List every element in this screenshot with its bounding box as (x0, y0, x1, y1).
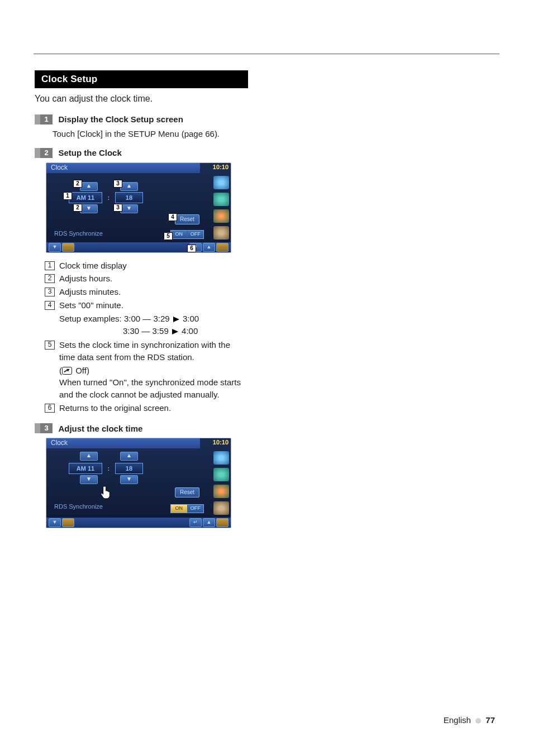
legend-1-num: 1 (45, 261, 55, 270)
hour-value: AM 11 (69, 463, 102, 474)
minute-up-button[interactable]: ▲ (120, 452, 138, 461)
legend-5-num: 5 (45, 341, 55, 350)
sidebar-icon-4[interactable] (213, 226, 229, 240)
legend-4-num: 4 (45, 301, 55, 310)
legend-3-text: Adjusts minutes. (59, 286, 248, 298)
clock-screenshot-1: Clock 10:10 ▲ ▼ ▲ ▼ AM 11 : 18 Reset RDS… (46, 162, 231, 253)
touch-cursor-icon (100, 485, 113, 500)
sidebar-icon-4[interactable] (213, 501, 229, 515)
minute-down-button[interactable]: ▼ (120, 204, 138, 213)
step-2-number: 2 (35, 148, 53, 158)
step-3-number: 3 (35, 423, 53, 433)
callout-6: 6 (187, 245, 196, 252)
hour-down-button[interactable]: ▼ (80, 475, 98, 484)
callout-4: 4 (168, 213, 177, 221)
shot1-clock-readout: 10:10 (213, 164, 229, 170)
legend: 1Clock time display 2Adjusts hours. 3Adj… (45, 260, 248, 414)
legend-2-num: 2 (45, 274, 55, 283)
sidebar-icon-1[interactable] (213, 451, 229, 465)
sidebar-icon-3[interactable] (213, 485, 229, 498)
legend-5-default: ( Off) (59, 365, 248, 377)
legend-2-text: Adjusts hours. (59, 272, 248, 285)
legend-3-num: 3 (45, 288, 55, 296)
bottom-left-aux-button[interactable] (62, 243, 74, 252)
legend-6-num: 6 (45, 404, 55, 413)
step-3-title: Adjust the clock time (58, 424, 142, 433)
hour-value: AM 11 (69, 192, 102, 203)
rds-on-off-toggle[interactable]: ON OFF (170, 504, 204, 513)
section-heading: Clock Setup (35, 70, 248, 88)
footer-page-number: 77 (486, 715, 495, 725)
minute-down-button[interactable]: ▼ (120, 475, 138, 484)
sidebar-icon-3[interactable] (213, 209, 229, 223)
callout-3-top: 3 (113, 180, 122, 188)
minute-value: 18 (115, 463, 143, 474)
rds-off-option[interactable]: OFF (187, 231, 204, 238)
hour-up-button[interactable]: ▲ (80, 182, 98, 191)
reset-button[interactable]: Reset (175, 487, 199, 497)
callout-3-bottom: 3 (113, 204, 122, 212)
shot2-sidebar (212, 448, 231, 518)
bottom-left-aux-button[interactable] (62, 518, 74, 527)
bottom-up-button[interactable]: ▲ (203, 243, 215, 252)
reset-button[interactable]: Reset (175, 214, 199, 224)
hour-up-button[interactable]: ▲ (80, 452, 98, 461)
legend-1-text: Clock time display (59, 260, 248, 272)
rds-sync-label: RDS Synchronize (54, 503, 103, 510)
legend-4-example-a: Setup examples: 3:00 — 3:29 3:00 (59, 313, 248, 326)
bottom-down-button[interactable]: ▼ (49, 518, 61, 527)
bottom-up-button[interactable]: ▲ (203, 518, 215, 527)
minute-value: 18 (115, 192, 143, 203)
callout-1: 1 (63, 192, 72, 200)
page-footer: English 77 (444, 715, 495, 725)
shot1-titlebar (46, 163, 200, 173)
shot2-titlebar (46, 438, 200, 448)
legend-4-example-b: 3:30 — 3:59 4:00 (59, 325, 248, 338)
legend-6-text: Returns to the original screen. (59, 402, 248, 414)
minute-up-button[interactable]: ▲ (120, 182, 138, 191)
back-button[interactable]: ↵ (189, 518, 202, 527)
callout-5: 5 (164, 232, 173, 240)
sidebar-icon-2[interactable] (213, 468, 229, 481)
shot2-title: Clock (51, 439, 68, 447)
arrow-right-icon (173, 313, 179, 326)
rds-on-option[interactable]: ON (171, 231, 187, 238)
footer-dot-icon (475, 718, 481, 724)
callout-2-bottom: 2 (73, 204, 82, 212)
shot2-clock-readout: 10:10 (213, 439, 229, 446)
step-2-title: Setup the Clock (58, 148, 121, 157)
clock-time-display: AM 11 : 18 (69, 192, 153, 202)
sidebar-icon-2[interactable] (213, 193, 229, 206)
top-rule (34, 54, 499, 54)
bottom-right-aux-button[interactable] (216, 518, 229, 527)
hour-minute-separator: : (104, 193, 112, 203)
rds-on-option[interactable]: ON (171, 505, 187, 513)
legend-4-text: Sets "00" minute. (59, 299, 248, 312)
clock-time-display: AM 11 : 18 (69, 463, 153, 473)
rds-off-option[interactable]: OFF (187, 505, 204, 513)
callout-2-top: 2 (73, 180, 82, 188)
hour-minute-separator: : (104, 463, 112, 473)
rds-on-off-toggle[interactable]: ON OFF (170, 230, 204, 239)
footer-language: English (444, 715, 471, 725)
rds-sync-label: RDS Synchronize (54, 230, 103, 237)
shot1-title: Clock (51, 164, 68, 171)
legend-5-text-a: Sets the clock time in synchronization w… (59, 339, 248, 363)
legend-5-text-b: When turned "On", the synchronized mode … (59, 376, 248, 401)
sidebar-icon-1[interactable] (213, 176, 229, 189)
step-1-body: Touch [Clock] in the SETUP Menu (page 66… (53, 129, 248, 138)
arrow-right-icon (172, 326, 178, 338)
clock-screenshot-2: Clock 10:10 ▲ ▼ ▲ ▼ AM 11 : 18 Reset RDS… (46, 438, 231, 528)
section-intro: You can adjust the clock time. (35, 94, 248, 104)
bottom-right-aux-button[interactable] (216, 243, 229, 252)
bottom-down-button[interactable]: ▼ (49, 243, 61, 252)
shot1-sidebar (212, 173, 231, 242)
hour-down-button[interactable]: ▼ (80, 204, 98, 213)
step-1-number: 1 (35, 114, 53, 125)
default-setting-icon (62, 367, 72, 375)
step-1-title: Display the Clock Setup screen (58, 114, 183, 124)
